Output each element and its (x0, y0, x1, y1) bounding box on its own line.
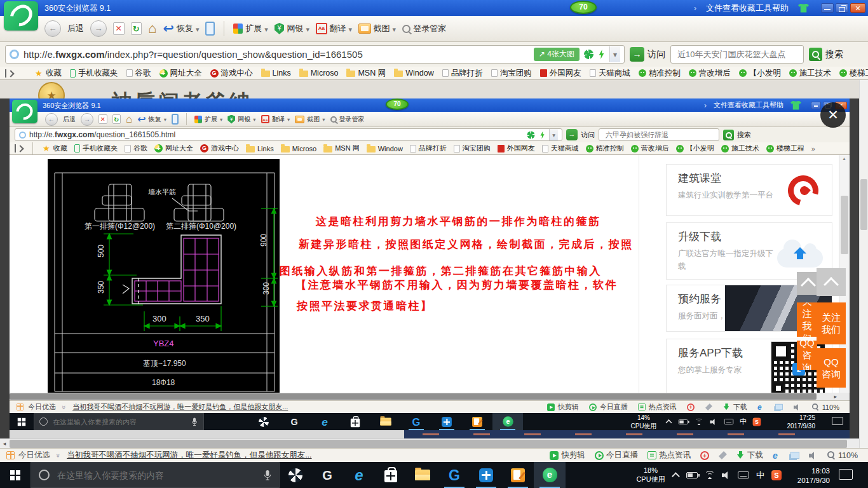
bookmark-item[interactable]: 网址大全 (159, 68, 202, 79)
card-title[interactable]: 升级下载 (678, 229, 721, 244)
taskbar-search-input[interactable] (56, 470, 257, 481)
forward-button[interactable] (90, 20, 107, 37)
images-count-badge[interactable]: 4张大图 (534, 48, 580, 61)
bookmark-item[interactable]: 手机收藏夹 (70, 68, 118, 79)
menu-item[interactable]: 工具 (756, 3, 772, 13)
tray-item[interactable] (705, 471, 715, 479)
taskbar-app-button[interactable] (470, 462, 502, 488)
tray-item[interactable] (672, 472, 679, 478)
card-title[interactable]: 建筑课堂 (678, 171, 721, 186)
skin-shirt-icon[interactable] (798, 4, 809, 13)
status-item[interactable]: 110% (827, 451, 858, 460)
qq-consult-tab[interactable]: QQ咨询 (797, 341, 817, 370)
double-chevron-icon[interactable] (55, 453, 62, 457)
photo-mode-icon[interactable] (584, 50, 593, 59)
screenshot-button[interactable]: 截图 (358, 23, 396, 34)
close-image-button[interactable] (820, 102, 846, 128)
search-button[interactable]: 搜索 (809, 48, 843, 61)
taskbar-app-button[interactable] (280, 462, 311, 488)
back-to-top-button[interactable] (817, 268, 846, 296)
bookmark-item[interactable]: 品牌打折 (442, 68, 483, 79)
outer-page-vscrollbar[interactable] (859, 80, 868, 448)
bookmark-item[interactable]: 精准控制 (639, 68, 681, 79)
tray-item[interactable] (738, 471, 749, 478)
status-item[interactable] (719, 451, 727, 459)
scrollbar-thumb[interactable] (10, 393, 817, 400)
microphone-icon[interactable] (264, 470, 271, 481)
card-title[interactable]: 服务APP下载 (678, 346, 743, 360)
bookmark-item[interactable]: MSN 网 (346, 68, 386, 79)
bookmark-item[interactable]: Window (394, 68, 433, 79)
taskbar-app-button[interactable] (534, 462, 566, 488)
bookmark-item[interactable]: 外国网友 (540, 68, 581, 79)
restore-button[interactable] (836, 3, 848, 13)
menu-item[interactable]: 文件 (706, 3, 722, 13)
status-item[interactable]: 热点资讯 (648, 450, 691, 461)
close-button[interactable] (850, 3, 865, 13)
taskbar-app-button[interactable] (407, 462, 438, 488)
bookmark-item[interactable]: 谷歌 (126, 68, 151, 79)
daily-picks-label[interactable]: 今日优选 (18, 450, 50, 461)
restore-tabs-button[interactable]: 恢复 (163, 21, 199, 36)
taskbar-app-button[interactable] (438, 462, 470, 488)
status-item[interactable]: 快剪辑 (550, 450, 585, 461)
start-button[interactable] (0, 462, 31, 488)
headline-link[interactable]: 当初我哥不喝酒不抽烟不玩网游，唯一爱好是钓鱼，但是他跟女朋友... (67, 450, 311, 461)
scroll-left-arrow-icon[interactable] (0, 439, 9, 449)
tray-item[interactable]: 中 (756, 470, 764, 481)
bookmark-item[interactable]: 游戏中心 (210, 68, 253, 79)
search-input[interactable] (676, 49, 798, 60)
bookmark-item[interactable]: Microso (299, 68, 339, 79)
tray-item[interactable] (722, 471, 731, 479)
bookmark-item[interactable]: 楼梯工程 (839, 68, 868, 79)
back-label[interactable]: 后退 (67, 23, 84, 34)
extensions-button[interactable]: 扩展 (233, 23, 268, 34)
scrollbar-thumb[interactable] (860, 179, 867, 230)
status-item[interactable] (809, 452, 818, 459)
address-dropdown[interactable] (609, 46, 620, 62)
follow-us-tab[interactable]: 关注我们 (797, 302, 817, 337)
menu-item[interactable]: 收藏 (739, 3, 756, 13)
tray-item[interactable] (686, 472, 698, 478)
translate-button[interactable]: 翻译 (316, 23, 352, 34)
login-manager-button[interactable]: 登录管家 (402, 23, 446, 34)
home-button[interactable] (148, 20, 156, 37)
bookmark-item[interactable]: 收藏 (35, 68, 62, 79)
taskbar-app-button[interactable] (375, 462, 407, 488)
minimize-button[interactable] (821, 3, 834, 13)
bookmark-item[interactable]: Links (261, 68, 291, 79)
back-button[interactable] (44, 20, 61, 37)
scrollbar-thumb[interactable] (10, 440, 847, 448)
bookmark-item[interactable]: 【小发明 (739, 68, 781, 79)
outer-page-hscrollbar[interactable] (0, 438, 859, 448)
bank-button[interactable]: 网银 (275, 23, 309, 34)
follow-us-tab[interactable]: 关注我们 (817, 302, 846, 344)
search-box[interactable] (670, 45, 804, 64)
clock-widget[interactable]: 18:032017/9/30 (780, 466, 830, 485)
status-item[interactable]: 下载 (736, 450, 763, 461)
action-center-icon[interactable] (839, 469, 853, 480)
menu-item[interactable]: 帮助 (772, 3, 789, 13)
card-title[interactable]: 预约服务 (678, 292, 721, 306)
scrollbar-thumb[interactable] (841, 196, 848, 254)
cpu-usage-widget[interactable]: 18%CPU使用 (628, 466, 674, 484)
bookmark-item[interactable]: 营改增后 (689, 68, 731, 79)
sidebar-card-course[interactable]: 建筑课堂 建筑行业实训教学第一平台 (666, 164, 832, 216)
status-item[interactable] (700, 451, 709, 460)
bookmark-item[interactable]: 施工技术 (789, 68, 831, 79)
menu-expand-icon[interactable]: › (694, 4, 696, 13)
taskbar-app-button[interactable] (311, 462, 343, 488)
bookmark-item[interactable]: 淘宝团购 (491, 68, 532, 79)
taskbar-app-button[interactable] (502, 462, 534, 488)
visit-button[interactable]: 访问 (630, 47, 665, 62)
inner-page-hscrollbar[interactable] (10, 393, 850, 400)
taskbar-search[interactable] (31, 462, 280, 488)
menu-item[interactable]: 查看 (722, 3, 739, 13)
qq-consult-tab[interactable]: QQ咨询 (817, 348, 846, 388)
refresh-button[interactable] (131, 22, 142, 35)
phone-sync-button[interactable] (205, 22, 214, 36)
status-item[interactable] (790, 452, 799, 459)
speed-ball-badge[interactable]: 70 (570, 1, 597, 14)
stop-button[interactable] (113, 22, 125, 35)
sidebar-card-upgrade[interactable]: 升级下载 广联达官方唯一指定升级下载 (666, 222, 832, 280)
